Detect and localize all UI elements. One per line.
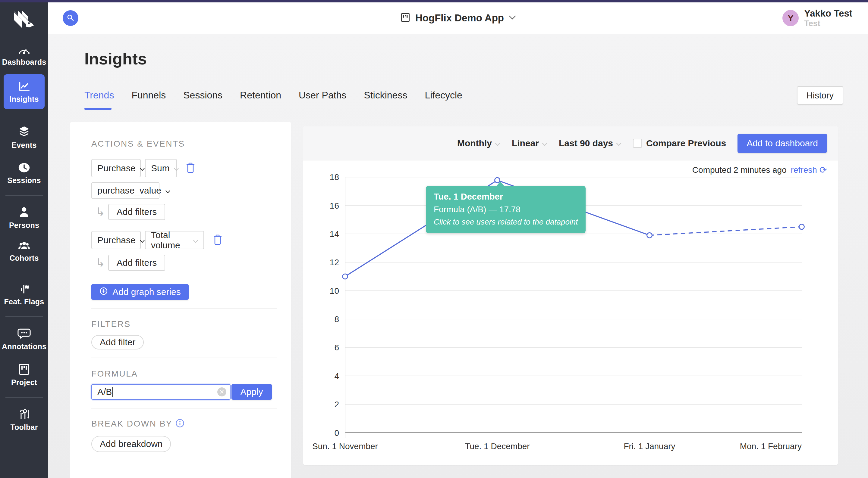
sidebar-item-label: Persons — [9, 221, 39, 230]
sidebar-item-label: Dashboards — [2, 58, 46, 67]
svg-text:4: 4 — [334, 371, 339, 381]
active-tab-underline — [84, 108, 112, 110]
kanban-icon — [18, 363, 30, 376]
section-divider — [91, 408, 277, 408]
chevron-down-icon — [140, 235, 145, 245]
compare-previous-toggle[interactable]: Compare Previous — [633, 138, 726, 148]
sidebar-item-annotations[interactable]: Annotations — [0, 327, 48, 351]
compare-previous-checkbox[interactable] — [633, 139, 642, 148]
tooltip-caret-icon — [496, 181, 504, 186]
chevron-down-icon — [165, 185, 170, 196]
user-menu[interactable]: Y Yakko Test Test — [782, 2, 852, 34]
display-type-select[interactable]: Linear — [512, 138, 547, 148]
svg-text:18: 18 — [330, 172, 339, 182]
tab-stickiness[interactable]: Stickiness — [364, 90, 407, 101]
sidebar-item-label: Toolbar — [10, 423, 38, 432]
svg-text:2: 2 — [334, 400, 339, 409]
project-icon — [400, 12, 410, 24]
sidebar-divider — [5, 316, 43, 317]
interval-select[interactable]: Monthly — [457, 138, 500, 148]
sidebar-item-feature-flags[interactable]: Feat. Flags — [0, 283, 48, 306]
page-content: Insights Trends Funnels Sessions Retenti… — [48, 34, 868, 478]
formula-title: FORMULA — [91, 369, 277, 379]
person-icon — [18, 206, 31, 218]
series2-add-filters-button[interactable]: Add filters — [108, 254, 165, 271]
chevron-down-icon — [174, 163, 179, 173]
project-name: HogFlix Demo App — [415, 12, 504, 24]
project-switcher[interactable]: HogFlix Demo App — [400, 2, 516, 34]
chevron-down-icon — [542, 138, 547, 148]
series1-event-select[interactable]: Purchase — [91, 159, 141, 177]
tab-user-paths[interactable]: User Paths — [299, 90, 346, 101]
datapoint-tooltip: Tue. 1 December Formula (A/B) — 17.78 Cl… — [426, 186, 586, 233]
trash-icon — [213, 234, 223, 246]
svg-text:0: 0 — [334, 428, 339, 438]
sidebar-item-toolbar[interactable]: Toolbar — [0, 408, 48, 432]
add-to-dashboard-button[interactable]: Add to dashboard — [738, 134, 827, 153]
add-filter-button[interactable]: Add filter — [91, 335, 144, 349]
sidebar-item-project[interactable]: Project — [0, 363, 48, 387]
add-breakdown-button[interactable]: Add breakdown — [91, 436, 171, 452]
sidebar-item-insights[interactable]: Insights — [4, 74, 44, 109]
section-divider — [91, 308, 277, 309]
tooltip-value: Formula (A/B) — 17.78 — [434, 205, 578, 214]
series1-property-select[interactable]: purchase_value — [91, 182, 159, 199]
sidebar-item-dashboards[interactable]: Dashboards — [0, 44, 48, 67]
date-range-select[interactable]: Last 90 days — [559, 138, 621, 148]
tab-sessions[interactable]: Sessions — [183, 90, 222, 101]
breakdown-title: BREAK DOWN BY — [91, 419, 277, 430]
sidebar: Dashboards Insights Events — [0, 2, 48, 478]
series1-aggregation-select[interactable]: Sum — [145, 159, 177, 177]
sidebar-divider — [5, 195, 43, 196]
formula-input[interactable]: A/B ✕ — [91, 384, 230, 400]
tab-retention[interactable]: Retention — [240, 90, 281, 101]
chevron-down-icon — [495, 138, 500, 148]
insight-tabs: Trends Funnels Sessions Retention User P… — [84, 90, 462, 101]
query-builder-panel: ACTIONS & EVENTS Purchase Sum — [70, 122, 291, 478]
layers-icon — [18, 126, 31, 138]
filters-title: FILTERS — [91, 319, 277, 329]
info-icon[interactable] — [176, 419, 184, 430]
avatar: Y — [782, 10, 799, 26]
search-icon — [67, 14, 74, 23]
section-divider — [91, 357, 277, 358]
history-button[interactable]: History — [797, 86, 843, 105]
tab-trends[interactable]: Trends — [84, 90, 114, 101]
svg-text:Mon. 1 February: Mon. 1 February — [740, 442, 802, 451]
sidebar-item-label: Events — [11, 141, 36, 149]
tools-icon — [17, 408, 31, 420]
add-graph-series-button[interactable]: Add graph series — [91, 284, 189, 300]
svg-text:8: 8 — [334, 314, 339, 324]
clock-icon — [18, 162, 31, 174]
chevron-down-icon — [509, 15, 516, 21]
sidebar-item-label: Annotations — [2, 342, 46, 351]
tab-funnels[interactable]: Funnels — [131, 90, 166, 101]
posthog-logo-icon — [14, 10, 34, 31]
sidebar-item-label: Project — [11, 378, 37, 387]
tab-lifecycle[interactable]: Lifecycle — [425, 90, 462, 101]
window-top-strip — [0, 0, 868, 2]
svg-text:Fri. 1 January: Fri. 1 January — [624, 442, 675, 451]
trash-icon — [185, 162, 195, 174]
sidebar-item-cohorts[interactable]: Cohorts — [0, 240, 48, 263]
sidebar-item-sessions[interactable]: Sessions — [0, 162, 48, 185]
line-chart-icon — [18, 80, 31, 93]
svg-text:10: 10 — [330, 286, 339, 296]
svg-text:Tue. 1 December: Tue. 1 December — [465, 442, 530, 451]
series1-delete-button[interactable] — [185, 162, 195, 174]
sidebar-item-events[interactable]: Events — [0, 126, 48, 149]
sidebar-divider — [5, 273, 43, 273]
sidebar-item-persons[interactable]: Persons — [0, 206, 48, 230]
clear-input-icon[interactable]: ✕ — [217, 387, 226, 397]
apply-formula-button[interactable]: Apply — [231, 384, 272, 400]
series2-delete-button[interactable] — [213, 234, 223, 246]
sidebar-item-label: Feat. Flags — [4, 297, 44, 306]
series2-aggregation-select[interactable]: Total volume — [145, 231, 204, 249]
speech-bubble-icon — [17, 327, 31, 340]
tooltip-date: Tue. 1 December — [434, 192, 578, 202]
series1-add-filters-button[interactable]: Add filters — [108, 204, 165, 220]
return-arrow-icon: ↳ — [96, 206, 105, 218]
series2-event-select[interactable]: Purchase — [91, 231, 141, 249]
search-button[interactable] — [63, 10, 79, 26]
actions-events-title: ACTIONS & EVENTS — [91, 139, 277, 149]
